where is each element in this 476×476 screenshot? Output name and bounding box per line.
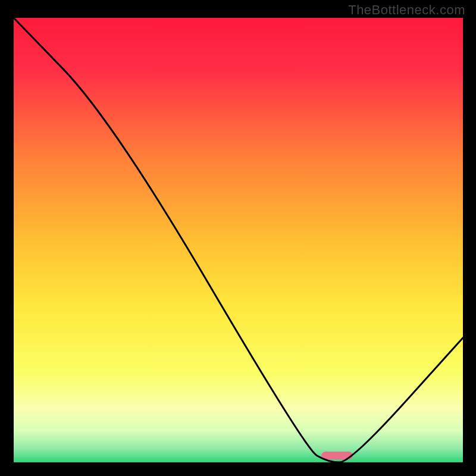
chart-stage: TheBottleneck.com bbox=[0, 0, 476, 476]
watermark-text: TheBottleneck.com bbox=[348, 2, 465, 18]
chart-svg bbox=[0, 0, 476, 476]
gradient-background bbox=[14, 18, 463, 462]
